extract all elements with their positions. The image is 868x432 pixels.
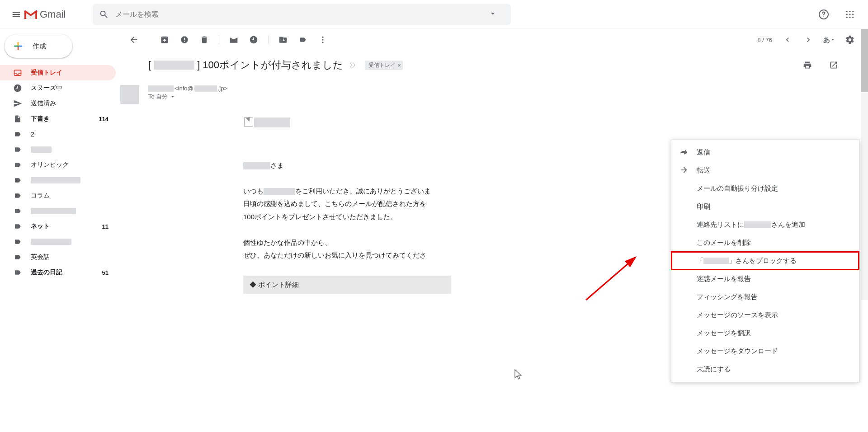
scrollbar-thumb[interactable]: [861, 29, 868, 92]
compose-button[interactable]: 作成: [5, 34, 72, 58]
remove-label-x[interactable]: ×: [397, 62, 401, 69]
page-counter: 8 / 76: [757, 37, 772, 43]
redacted-label: [31, 146, 52, 153]
lang-label: あ: [823, 36, 830, 44]
next-button[interactable]: [799, 31, 817, 49]
more-button[interactable]: [314, 31, 332, 49]
search-input[interactable]: [115, 10, 486, 19]
help-button[interactable]: [815, 5, 833, 23]
apps-grid-icon: [845, 10, 854, 19]
ctx-download[interactable]: メッセージをダウンロード: [671, 342, 859, 360]
sidebar-item-inbox[interactable]: 受信トレイ: [0, 65, 116, 80]
labels-button[interactable]: [294, 31, 312, 49]
ctx-mark-unread[interactable]: 未読にする: [671, 360, 859, 378]
sidebar-item-column[interactable]: コラム: [0, 188, 116, 203]
plus-icon: [12, 40, 24, 52]
redacted-sender-name: [148, 85, 174, 92]
cursor-pointer-icon: [514, 369, 523, 380]
label-icon: [13, 206, 23, 216]
ctx-show-original[interactable]: メッセージのソースを表示: [671, 306, 859, 324]
svg-point-7: [852, 14, 854, 15]
ctx-reply[interactable]: 返信: [671, 143, 859, 161]
mark-unread-button[interactable]: [225, 31, 243, 49]
svg-point-10: [852, 17, 854, 18]
label-icon: [13, 191, 23, 201]
sidebar-item-redacted-2[interactable]: [0, 173, 116, 188]
sidebar-item-past-diary[interactable]: 過去の日記 51: [0, 265, 116, 280]
move-to-button[interactable]: [274, 31, 292, 49]
print-message-button[interactable]: [798, 56, 816, 74]
prev-button[interactable]: [778, 31, 797, 49]
sidebar-item-snoozed[interactable]: スヌーズ中: [0, 80, 116, 96]
sidebar-item-label-2[interactable]: 2: [0, 127, 116, 142]
sidebar-item-english[interactable]: 英会話: [0, 249, 116, 265]
sidebar-item-drafts[interactable]: 下書き 114: [0, 111, 116, 127]
gmail-logo[interactable]: Gmail: [24, 9, 66, 20]
sidebar-item-label: 受信トレイ: [31, 69, 62, 77]
label-icon: [298, 36, 307, 43]
open-new-window-button[interactable]: [825, 56, 843, 74]
more-vert-icon: [318, 35, 327, 44]
label-icon: [13, 175, 23, 185]
sidebar-item-label: ネット: [31, 222, 50, 230]
settings-button[interactable]: [841, 31, 859, 49]
inbox-icon: [13, 68, 23, 78]
ctx-forward[interactable]: 転送: [671, 161, 859, 179]
label-icon: [13, 268, 23, 277]
sidebar-item-redacted-1[interactable]: [0, 142, 116, 157]
label-icon: [13, 221, 23, 231]
sender-row: <info@.jp> To 自分: [148, 85, 843, 104]
message-context-menu: 返信 転送 メールの自動振り分け設定 印刷 連絡先リストにさんを追加 このメール…: [671, 140, 859, 382]
snooze-button[interactable]: [245, 31, 263, 49]
sidebar-item-count: 51: [102, 269, 108, 276]
archive-button[interactable]: [156, 31, 174, 49]
sidebar-item-olympics[interactable]: オリンピック: [0, 157, 116, 173]
input-method-button[interactable]: あ: [820, 31, 838, 49]
svg-point-1: [823, 16, 824, 17]
inbox-label-chip[interactable]: 受信トレイ×: [365, 61, 403, 70]
annotation-arrow: [577, 250, 645, 305]
caret-down-icon: [170, 94, 176, 100]
svg-point-9: [849, 17, 850, 18]
ctx-add-contact[interactable]: 連絡先リストにさんを追加: [671, 216, 859, 234]
open-new-icon: [829, 61, 838, 70]
search-options-button[interactable]: [486, 9, 504, 19]
header-right: [815, 5, 864, 23]
compose-label: 作成: [33, 42, 46, 51]
sidebar-item-net[interactable]: ネット 11: [0, 219, 116, 234]
delete-button[interactable]: [195, 31, 213, 49]
important-marker-icon: [349, 61, 358, 69]
svg-point-12: [322, 37, 323, 38]
sidebar-item-label: 過去の日記: [31, 268, 62, 277]
sidebar-item-label: 2: [31, 131, 34, 138]
svg-line-15: [586, 257, 636, 300]
ctx-report-spam[interactable]: 迷惑メールを報告: [671, 270, 859, 288]
ctx-report-phishing[interactable]: フィッシングを報告: [671, 288, 859, 306]
ctx-filter[interactable]: メールの自動振り分け設定: [671, 179, 859, 197]
apps-button[interactable]: [841, 5, 859, 23]
ctx-translate[interactable]: メッセージを翻訳: [671, 324, 859, 342]
sidebar-item-redacted-4[interactable]: [0, 234, 116, 249]
search-bar[interactable]: [93, 4, 511, 25]
sender-avatar[interactable]: [120, 85, 139, 104]
main-menu-button[interactable]: [7, 5, 25, 23]
redacted-label: [31, 239, 71, 245]
sidebar-item-label: コラム: [31, 192, 50, 200]
ctx-delete[interactable]: このメールを削除: [671, 234, 859, 252]
spam-button[interactable]: [175, 31, 193, 49]
svg-point-4: [852, 10, 854, 12]
broken-image-placeholder: [254, 117, 290, 127]
recipient-line[interactable]: To 自分: [148, 93, 227, 101]
sidebar-item-label: 送信済み: [31, 99, 56, 108]
ctx-print[interactable]: 印刷: [671, 197, 859, 216]
category-indicator[interactable]: [349, 61, 359, 69]
ctx-block-sender[interactable]: 「」さんをブロックする: [671, 252, 859, 270]
send-icon: [13, 99, 23, 108]
back-button[interactable]: [125, 31, 143, 49]
gear-icon: [845, 35, 855, 45]
sidebar-item-sent[interactable]: 送信済み: [0, 96, 116, 111]
sender-name-address: <info@.jp>: [148, 85, 227, 92]
mail-icon: [229, 35, 238, 44]
sidebar: 作成 受信トレイ スヌーズ中 送信済み 下書き 114 2: [0, 29, 116, 432]
sidebar-item-redacted-3[interactable]: [0, 203, 116, 219]
